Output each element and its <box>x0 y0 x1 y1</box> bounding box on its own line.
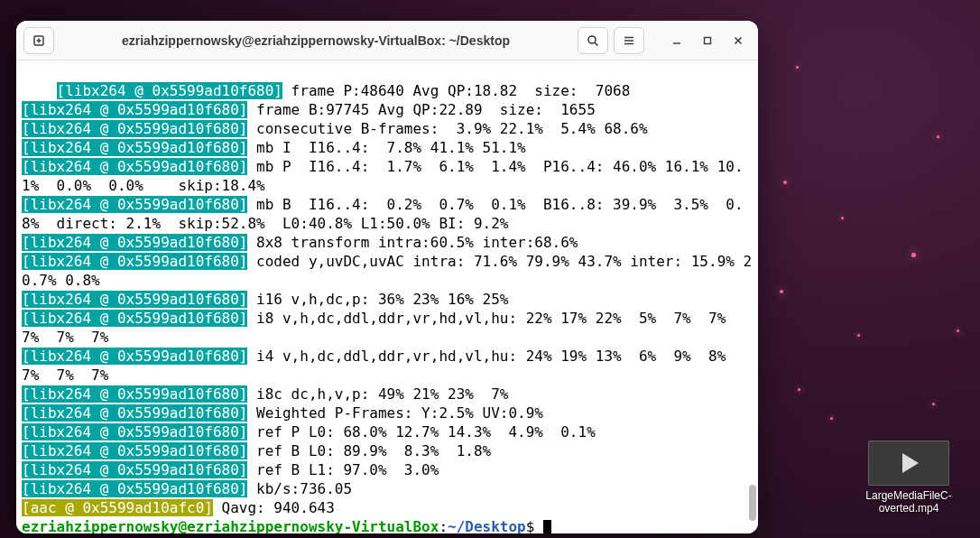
prompt-user: ezriahzippernowsky@ezriahzippernowsky-Vi… <box>22 518 439 533</box>
log-tag: [libx264 @ 0x5599ad10f680] <box>22 158 247 175</box>
log-tag: [aac @ 0x5599ad10afc0] <box>22 499 213 516</box>
new-tab-button[interactable] <box>23 27 54 54</box>
sparkle <box>830 417 833 420</box>
log-tag: [libx264 @ 0x5599ad10f680] <box>22 348 247 365</box>
log-tag: [libx264 @ 0x5599ad10f680] <box>22 101 247 118</box>
log-text: ref B L0: 89.9% 8.3% 1.8% <box>247 442 491 459</box>
log-text: Weighted P-Frames: Y:2.5% UV:0.9% <box>247 404 543 422</box>
search-button[interactable] <box>578 27 608 54</box>
log-tag: [libx264 @ 0x5599ad10f680] <box>57 82 282 99</box>
svg-line-4 <box>595 42 598 46</box>
log-tag: [libx264 @ 0x5599ad10f680] <box>22 480 247 497</box>
terminal-window: ezriahzippernowsky@ezriahzippernowsky-Vi… <box>16 21 758 533</box>
log-text: frame P:48640 Avg QP:18.82 size: 7068 <box>282 82 630 99</box>
log-tag: [libx264 @ 0x5599ad10f680] <box>22 385 247 403</box>
log-tag: [libx264 @ 0x5599ad10f680] <box>22 139 247 156</box>
terminal-scroll-thumb[interactable] <box>749 485 756 521</box>
log-text: ref P L0: 68.0% 12.7% 14.3% 4.9% 0.1% <box>247 423 595 441</box>
sparkle <box>796 66 799 69</box>
log-text: ref B L1: 97.0% 3.0% <box>247 461 439 478</box>
sparkle <box>932 403 935 405</box>
log-tag: [libx264 @ 0x5599ad10f680] <box>22 196 247 213</box>
window-titlebar: ezriahzippernowsky@ezriahzippernowsky-Vi… <box>16 21 758 60</box>
sparkle <box>780 290 783 293</box>
prompt-path: ~/Desktop <box>448 518 526 533</box>
log-text: i16 v,h,dc,p: 36% 23% 16% 25% <box>247 291 508 308</box>
sparkle <box>957 329 959 332</box>
hamburger-menu-button[interactable] <box>614 27 644 54</box>
sparkle <box>937 135 939 138</box>
minimize-button[interactable] <box>664 28 689 53</box>
sparkle <box>857 334 860 337</box>
terminal-cursor <box>543 520 551 533</box>
sparkle <box>783 181 787 184</box>
log-tag: [libx264 @ 0x5599ad10f680] <box>22 234 247 251</box>
prompt-symbol: $ <box>526 518 543 533</box>
sparkle <box>841 217 844 219</box>
log-text: frame B:97745 Avg QP:22.89 size: 1655 <box>247 101 595 118</box>
window-title: ezriahzippernowsky@ezriahzippernowsky-Vi… <box>60 33 572 48</box>
prompt-separator: : <box>439 518 448 533</box>
terminal-body[interactable]: [libx264 @ 0x5599ad10f680] frame P:48640… <box>16 60 758 533</box>
play-icon <box>902 453 919 473</box>
close-button[interactable] <box>726 28 751 53</box>
log-text: i8c dc,h,v,p: 49% 21% 23% 7% <box>247 385 508 403</box>
log-tag: [libx264 @ 0x5599ad10f680] <box>22 291 247 308</box>
desktop-file-icon[interactable]: LargeMediaFileC- overted.mp4 <box>850 441 967 515</box>
log-text: 8x8 transform intra:60.5% inter:68.6% <box>247 234 578 251</box>
terminal-output: [libx264 @ 0x5599ad10f680] frame P:48640… <box>22 82 752 516</box>
log-tag: [libx264 @ 0x5599ad10f680] <box>22 253 247 270</box>
log-text: consecutive B-frames: 3.9% 22.1% 5.4% 68… <box>247 120 647 137</box>
maximize-button[interactable] <box>695 28 720 53</box>
terminal-scrollbar[interactable] <box>747 60 756 533</box>
log-tag: [libx264 @ 0x5599ad10f680] <box>22 120 247 137</box>
svg-point-3 <box>588 36 596 43</box>
sparkle <box>798 388 800 391</box>
log-tag: [libx264 @ 0x5599ad10f680] <box>22 310 247 327</box>
log-text: kb/s:736.05 <box>247 480 352 497</box>
log-text: Qavg: 940.643 <box>213 499 335 516</box>
log-tag: [libx264 @ 0x5599ad10f680] <box>22 461 247 478</box>
log-tag: [libx264 @ 0x5599ad10f680] <box>22 404 247 422</box>
video-thumbnail <box>868 441 949 486</box>
log-tag: [libx264 @ 0x5599ad10f680] <box>22 442 247 459</box>
desktop-file-label: LargeMediaFileC- overted.mp4 <box>850 489 967 515</box>
sparkle <box>911 253 916 257</box>
log-tag: [libx264 @ 0x5599ad10f680] <box>22 423 247 441</box>
svg-rect-9 <box>705 37 711 43</box>
log-text: mb I I16..4: 7.8% 41.1% 51.1% <box>247 139 525 156</box>
